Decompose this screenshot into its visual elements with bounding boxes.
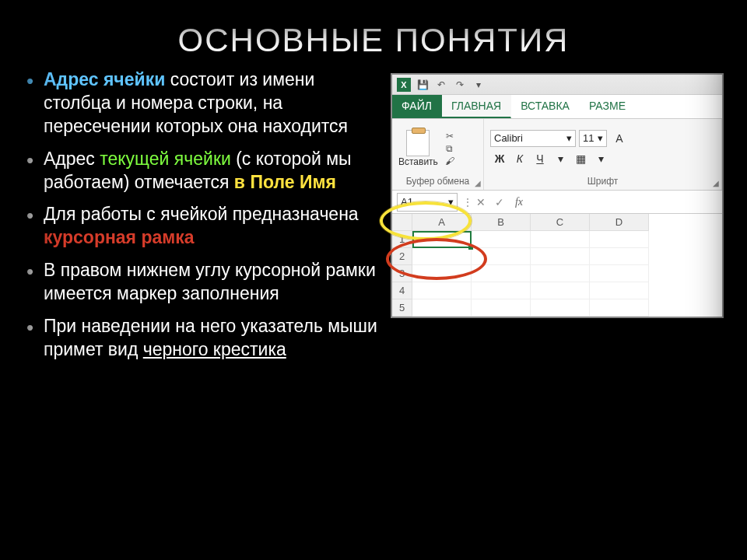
bullet-3a: Для работы с ячейкой предназначена	[44, 204, 359, 224]
bullet-4: В правом нижнем углу курсорной рамки име…	[23, 259, 383, 306]
ribbon-tabs: ФАЙЛ ГЛАВНАЯ ВСТАВКА РАЗМЕ	[392, 95, 722, 119]
bullet-2-green: текущей ячейки	[100, 149, 231, 169]
cell-c2[interactable]	[531, 248, 590, 265]
bullet-2-yellow: в Поле Имя	[234, 172, 336, 192]
bullet-1: Адрес ячейки состоит из имени столбца и …	[23, 68, 383, 138]
bullet-5-underline: черного крестика	[143, 339, 286, 359]
select-all-corner[interactable]	[392, 214, 412, 231]
worksheet-grid[interactable]: A B C D 1 2 3 4	[392, 214, 722, 317]
bullet-2a: Адрес	[44, 149, 100, 169]
row-header-2[interactable]: 2	[392, 248, 412, 265]
tab-home[interactable]: ГЛАВНАЯ	[442, 95, 511, 118]
italic-button[interactable]: К	[510, 150, 529, 167]
underline-dropdown-icon[interactable]: ▾	[551, 150, 570, 167]
row-header-4[interactable]: 4	[392, 282, 412, 299]
ribbon: Вставить ✂ ⧉ 🖌 Буфер обмена ◢	[392, 119, 722, 191]
cell-b5[interactable]	[472, 299, 531, 317]
bullet-1-term: Адрес ячейки	[44, 69, 165, 89]
tab-insert[interactable]: ВСТАВКА	[511, 95, 580, 118]
cell-b1[interactable]	[472, 231, 531, 248]
paste-button[interactable]: Вставить	[398, 130, 438, 167]
cell-a1[interactable]	[412, 231, 472, 248]
bullet-list: Адрес ячейки состоит из имени столбца и …	[23, 68, 391, 371]
qat-dropdown-icon[interactable]: ▾	[472, 78, 486, 92]
cell-a4[interactable]	[412, 282, 472, 299]
bullet-3-red: курсорная рамка	[44, 227, 195, 247]
font-size-select[interactable]: 11▾	[579, 130, 607, 147]
redo-icon[interactable]: ↷	[453, 78, 467, 92]
name-box[interactable]: A1▾	[397, 193, 458, 212]
cell-c4[interactable]	[531, 282, 590, 299]
cell-b2[interactable]	[472, 248, 531, 265]
paste-label: Вставить	[398, 156, 438, 167]
underline-button[interactable]: Ч	[531, 150, 549, 167]
font-name-select[interactable]: Calibri▾	[490, 130, 576, 147]
fx-icon[interactable]: fx	[509, 193, 528, 212]
bullet-5: При наведении на него указатель мыши при…	[23, 315, 383, 362]
font-size-value: 11	[583, 132, 594, 144]
formula-sep: ⋮	[462, 196, 472, 208]
font-name-value: Calibri	[494, 132, 523, 144]
cell-c5[interactable]	[531, 299, 590, 317]
row-header-1[interactable]: 1	[392, 231, 412, 248]
col-header-a[interactable]: A	[412, 214, 472, 231]
cell-a2[interactable]	[412, 248, 472, 265]
cell-d3[interactable]	[590, 265, 649, 282]
copy-icon[interactable]: ⧉	[443, 143, 457, 154]
border-icon[interactable]: ▦	[571, 150, 590, 167]
format-painter-icon[interactable]: 🖌	[443, 156, 457, 166]
bold-button[interactable]: Ж	[490, 150, 509, 167]
col-header-d[interactable]: D	[590, 214, 649, 231]
col-header-b[interactable]: B	[472, 214, 531, 231]
chevron-down-icon: ▾	[566, 132, 572, 144]
ribbon-group-clipboard: Вставить ✂ ⧉ 🖌 Буфер обмена ◢	[392, 119, 484, 190]
fx-label: fx	[515, 196, 523, 208]
chevron-down-icon: ▾	[598, 132, 603, 144]
quick-access-toolbar: X 💾 ↶ ↷ ▾	[392, 75, 722, 95]
cell-d1[interactable]	[590, 231, 649, 248]
font-launcher-icon[interactable]: ◢	[713, 179, 719, 187]
slide-content: Адрес ячейки состоит из имени столбца и …	[0, 65, 747, 371]
name-box-value: A1	[401, 196, 413, 208]
cell-b3[interactable]	[472, 265, 531, 282]
col-header-c[interactable]: C	[531, 214, 590, 231]
bullet-3: Для работы с ячейкой предназначена курсо…	[23, 203, 383, 250]
cell-d5[interactable]	[590, 299, 649, 317]
clipboard-launcher-icon[interactable]: ◢	[475, 179, 481, 187]
clipboard-icon	[406, 130, 430, 156]
undo-icon[interactable]: ↶	[434, 78, 448, 92]
chevron-down-icon: ▾	[448, 196, 454, 208]
cell-b4[interactable]	[472, 282, 531, 299]
bullet-2: Адрес текущей ячейки (с которой мы работ…	[23, 148, 383, 194]
cancel-formula-icon[interactable]: ✕	[472, 193, 490, 212]
cell-a3[interactable]	[412, 265, 472, 282]
tab-layout[interactable]: РАЗМЕ	[580, 95, 636, 118]
cell-a5[interactable]	[412, 299, 472, 317]
row-header-5[interactable]: 5	[392, 299, 412, 317]
tab-file[interactable]: ФАЙЛ	[392, 95, 442, 118]
save-icon[interactable]: 💾	[416, 78, 430, 92]
font-group-label: Шрифт	[490, 174, 715, 187]
cell-d2[interactable]	[590, 248, 649, 265]
row-header-3[interactable]: 3	[392, 265, 412, 282]
increase-font-icon[interactable]: A	[610, 130, 629, 147]
formula-bar: A1▾ ⋮ ✕ ✓ fx	[392, 191, 722, 214]
clipboard-group-label: Буфер обмена	[398, 174, 477, 187]
excel-icon[interactable]: X	[397, 78, 411, 92]
cut-icon[interactable]: ✂	[443, 131, 457, 142]
border-dropdown-icon[interactable]: ▾	[591, 150, 610, 167]
cell-c3[interactable]	[531, 265, 590, 282]
excel-screenshot: X 💾 ↶ ↷ ▾ ФАЙЛ ГЛАВНАЯ ВСТАВКА РАЗМЕ Вст…	[391, 73, 724, 371]
cell-d4[interactable]	[590, 282, 649, 299]
slide-title: ОСНОВНЫЕ ПОНЯТИЯ	[0, 0, 747, 65]
accept-formula-icon[interactable]: ✓	[490, 193, 509, 212]
cell-c1[interactable]	[531, 231, 590, 248]
ribbon-group-font: Calibri▾ 11▾ A Ж К Ч ▾ ▦	[484, 119, 722, 190]
